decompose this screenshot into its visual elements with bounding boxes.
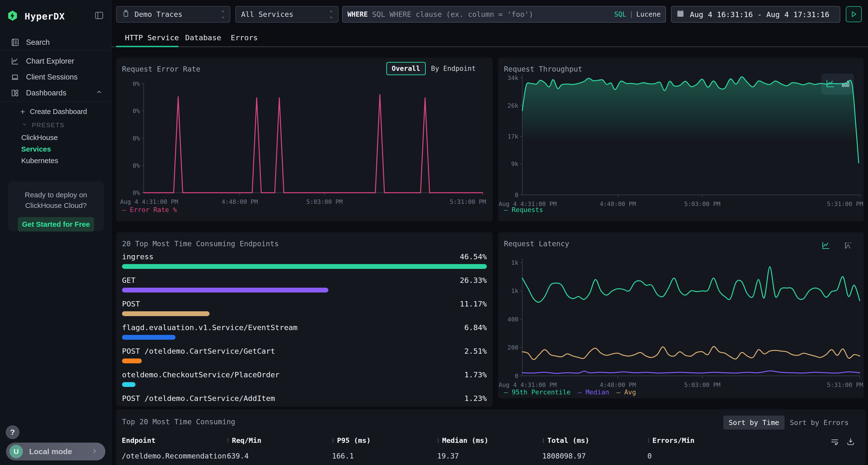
where-clause-box: WHERE SQL | Lucene <box>342 6 666 23</box>
hyperdx-app: HyperDX Search Chart Explorer Client Ses… <box>0 0 868 465</box>
sidebar-item-client-sessions[interactable]: Client Sessions <box>0 71 112 84</box>
panel-title: Request Error Rate <box>122 65 200 73</box>
sidebar-item-services[interactable]: Services <box>0 143 112 155</box>
endpoint-percent: 6.84% <box>464 323 487 332</box>
by-endpoint-toggle-button[interactable]: By Endpoint <box>431 65 476 72</box>
promo-text-line2: ClickHouse Cloud? <box>8 200 104 211</box>
time-range-picker[interactable]: Aug 4 16:31:16 - Aug 4 17:31:16 <box>671 6 840 23</box>
table-cell: 639.4 <box>227 452 332 460</box>
endpoint-bar <box>122 311 210 316</box>
tab-http-service[interactable]: HTTP Service <box>125 33 179 42</box>
lang-divider: | <box>629 10 633 18</box>
help-button[interactable]: ? <box>6 426 19 439</box>
endpoint-bar <box>122 359 142 363</box>
table-header-row: Endpoint⁞Req/Min⁞P95 (ms)⁞Median (ms)⁞To… <box>122 436 850 444</box>
download-icon[interactable] <box>846 437 855 447</box>
dashboards-icon <box>10 89 19 97</box>
endpoint-percent: 1.73% <box>464 370 487 379</box>
sidebar: HyperDX Search Chart Explorer Client Ses… <box>0 0 112 465</box>
throughput-chart: 09k17k26k34kAug 4 4:31:00 PM4:48:00 PM5:… <box>498 72 864 210</box>
line-chart-icon[interactable] <box>821 241 830 251</box>
svg-text:26k: 26k <box>507 102 518 109</box>
endpoint-row[interactable]: ingress46.54% <box>122 251 487 269</box>
source-select[interactable]: Demo Traces ⌃⌃ <box>116 6 230 23</box>
sort-by-time-button[interactable]: Sort by Time <box>723 416 784 430</box>
source-select-value: Demo Traces <box>134 10 183 19</box>
lucene-mode-button[interactable]: Lucene <box>636 10 661 18</box>
endpoint-row[interactable]: POST11.17% <box>122 298 487 316</box>
column-header[interactable]: Endpoint <box>122 436 227 444</box>
sidebar-item-search[interactable]: Search <box>0 36 112 49</box>
preset-label: ClickHouse <box>21 133 58 142</box>
legend-item: — Requests <box>504 206 543 213</box>
wrap-text-icon[interactable] <box>830 437 839 447</box>
endpoint-row[interactable]: GET26.33% <box>122 275 487 293</box>
endpoint-row[interactable]: POST /oteldemo.CartService/AddItem1.23% <box>122 393 487 404</box>
column-header[interactable]: ⁞Median (ms) <box>437 436 542 444</box>
preset-label: Kubernetes <box>21 157 58 165</box>
clickhouse-cloud-promo: Ready to deploy on ClickHouse Cloud? Get… <box>8 181 104 231</box>
create-dashboard-button[interactable]: + Create Dashboard <box>0 106 112 117</box>
get-started-button[interactable]: Get Started for Free <box>18 217 94 232</box>
endpoint-label: POST /oteldemo.CartService/AddItem <box>122 394 275 403</box>
svg-text:0%: 0% <box>133 82 140 87</box>
endpoint-label: POST /oteldemo.CartService/GetCart <box>122 347 275 355</box>
sort-by-errors-button[interactable]: Sort by Errors <box>784 416 854 430</box>
column-drag-handle[interactable]: ⁞ <box>332 437 334 444</box>
table-row[interactable]: /oteldemo.RecommendationServ639.4166.119… <box>122 452 850 460</box>
column-drag-handle[interactable]: ⁞ <box>437 437 439 444</box>
search-journal-icon <box>10 38 19 47</box>
column-header[interactable]: ⁞Total (ms) <box>542 436 647 444</box>
sql-mode-button[interactable]: SQL <box>614 10 626 18</box>
panel-top-endpoints: 20 Top Most Time Consuming Endpoints ing… <box>116 232 493 406</box>
logo[interactable]: HyperDX <box>7 10 105 23</box>
column-drag-handle[interactable]: ⁞ <box>542 437 545 444</box>
table-cell: /oteldemo.RecommendationServ <box>122 452 227 460</box>
sidebar-item-chart-explorer[interactable]: Chart Explorer <box>0 55 112 67</box>
service-select-value: All Services <box>241 10 293 19</box>
run-query-button[interactable] <box>846 6 862 22</box>
table-cell: 0 <box>647 452 850 460</box>
chevron-up-icon[interactable] <box>95 89 103 98</box>
column-drag-handle[interactable]: ⁞ <box>647 437 650 444</box>
where-input[interactable] <box>372 10 614 19</box>
column-header[interactable]: ⁞Req/Min <box>227 436 332 444</box>
sidebar-item-clickhouse[interactable]: ClickHouse <box>0 132 112 143</box>
column-header[interactable]: ⁞Errors/Min <box>647 436 850 444</box>
endpoint-bar <box>122 335 176 340</box>
svg-text:4:48:00 PM: 4:48:00 PM <box>600 200 636 207</box>
panel-title: 20 Top Most Time Consuming Endpoints <box>122 239 279 248</box>
svg-text:400: 400 <box>507 316 518 323</box>
svg-text:5:03:00 PM: 5:03:00 PM <box>684 200 720 207</box>
database-icon <box>122 9 130 19</box>
tabs-underline <box>112 46 868 47</box>
select-updown-icon: ⌃⌃ <box>330 11 333 18</box>
legend-item: — Avg <box>616 388 636 396</box>
column-header-label: Total (ms) <box>547 436 590 444</box>
tab-errors[interactable]: Errors <box>231 33 258 42</box>
column-drag-handle[interactable]: ⁞ <box>227 437 229 444</box>
presets-toggle[interactable]: PRESETS <box>0 120 112 131</box>
service-select[interactable]: All Services ⌃⌃ <box>235 6 339 23</box>
histogram-icon[interactable] <box>844 241 853 251</box>
column-header-label: Median (ms) <box>442 436 489 444</box>
sidebar-item-label: Client Sessions <box>26 73 78 81</box>
sidebar-item-kubernetes[interactable]: Kubernetes <box>0 155 112 166</box>
calendar-icon <box>676 9 684 20</box>
user-mode-label: Local mode <box>29 447 72 456</box>
endpoint-row[interactable]: oteldemo.CheckoutService/PlaceOrder1.73% <box>122 369 487 387</box>
svg-text:34k: 34k <box>507 74 518 81</box>
endpoint-row[interactable]: flagd.evaluation.v1.Service/EventStream6… <box>122 322 487 340</box>
sidebar-item-dashboards[interactable]: Dashboards <box>0 87 112 99</box>
chevron-right-icon <box>91 447 98 456</box>
tab-database[interactable]: Database <box>185 33 221 42</box>
legend-item: — Median <box>578 388 609 396</box>
endpoint-row[interactable]: POST /oteldemo.CartService/GetCart2.51% <box>122 345 487 363</box>
user-menu[interactable]: U Local mode <box>6 442 105 460</box>
svg-text:200: 200 <box>507 344 518 351</box>
column-header[interactable]: ⁞P95 (ms) <box>332 436 437 444</box>
table-cell: 166.1 <box>332 452 437 460</box>
chart-legend: — 95th Percentile— Median— Avg <box>504 388 643 396</box>
overall-toggle-button[interactable]: Overall <box>386 62 426 75</box>
sidebar-collapse-icon[interactable] <box>94 10 104 21</box>
